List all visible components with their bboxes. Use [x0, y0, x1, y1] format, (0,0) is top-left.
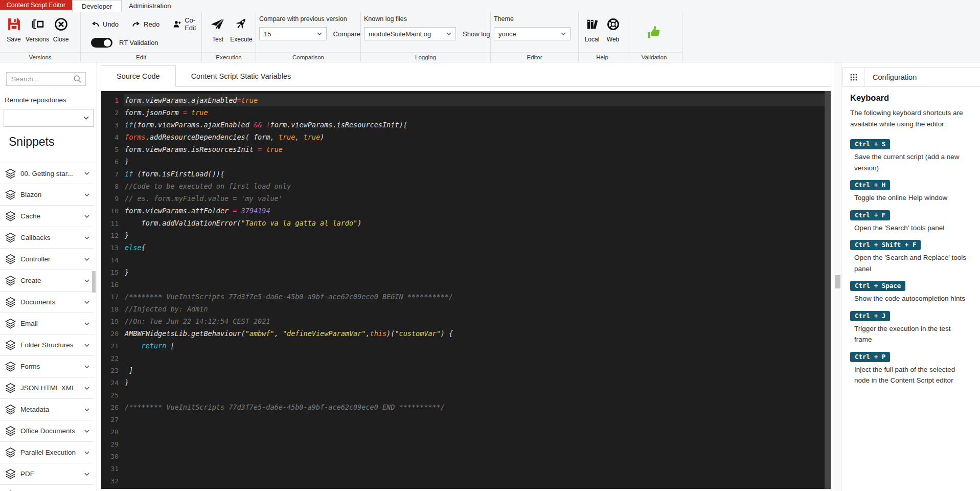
- chevron-down-icon[interactable]: [80, 172, 94, 175]
- code-line[interactable]: 13else{: [101, 241, 825, 254]
- close-button[interactable]: Close: [49, 15, 73, 43]
- chevron-down-icon[interactable]: [80, 215, 94, 218]
- snippet-item[interactable]: Controller: [0, 249, 94, 270]
- code-line[interactable]: 32: [101, 475, 825, 487]
- code-line[interactable]: 21 return [: [101, 340, 825, 352]
- code-line[interactable]: 23 ]: [101, 364, 825, 376]
- code-editor[interactable]: 1form.viewParams.ajaxEnabled=true2form.j…: [101, 91, 831, 489]
- code-line[interactable]: 5form.viewParams.isResourcesInit = true: [101, 143, 825, 155]
- editor-scrollbar[interactable]: [825, 91, 831, 489]
- chevron-down-icon[interactable]: [80, 344, 94, 347]
- theme-select[interactable]: yonce: [494, 27, 571, 40]
- compare-button[interactable]: Compare: [333, 30, 360, 38]
- redo-button[interactable]: Redo: [132, 20, 159, 28]
- coedit-button[interactable]: Co-Edit: [173, 16, 201, 32]
- code-text: // es. form.myField.value = 'my value': [124, 192, 825, 205]
- code-line[interactable]: 18//Injected by: Admin: [101, 303, 825, 315]
- test-button[interactable]: Test: [206, 15, 230, 43]
- chevron-down-icon[interactable]: [80, 387, 94, 390]
- snippet-item[interactable]: Folder Structures: [0, 334, 94, 356]
- code-line[interactable]: 12}: [101, 229, 825, 241]
- snippet-item[interactable]: 00. Getting star...: [0, 163, 94, 184]
- code-line[interactable]: 26/******** VueInitScripts 77d3f7e5-da6e…: [101, 401, 825, 413]
- code-line[interactable]: 2form.jsonForm = true: [101, 106, 825, 119]
- code-line[interactable]: 6}: [101, 155, 825, 168]
- code-line[interactable]: 11 form.addValidationError("Tanto va la …: [101, 217, 825, 229]
- code-line[interactable]: 20AMBWFWidgetsLib.getBehaviour("ambwf", …: [101, 327, 825, 340]
- code-line[interactable]: 19//On: Tue Jun 22 14:12:54 CEST 2021: [101, 315, 825, 327]
- code-line[interactable]: 25: [101, 389, 825, 401]
- chevron-down-icon[interactable]: [80, 430, 94, 433]
- line-number: 19: [101, 318, 119, 325]
- code-line[interactable]: 15}: [101, 266, 825, 278]
- snippet-item[interactable]: Metadata: [0, 399, 94, 420]
- chevron-down-icon[interactable]: [80, 473, 94, 476]
- snippet-item[interactable]: [0, 485, 94, 491]
- code-line[interactable]: 22: [101, 352, 825, 364]
- code-line[interactable]: 7if (form.isFirstLoad()){: [101, 168, 825, 180]
- snippet-label: Metadata: [20, 406, 80, 413]
- snippet-item[interactable]: Office Documents: [0, 420, 94, 442]
- compare-version-select[interactable]: 15: [259, 27, 327, 40]
- save-button[interactable]: Save: [2, 15, 26, 43]
- rt-validation-toggle[interactable]: [91, 38, 112, 48]
- log-file-select[interactable]: moduleSuiteMainLog: [364, 27, 456, 40]
- snippet-search[interactable]: [6, 72, 86, 86]
- tab-static-variables[interactable]: Content Script Static Variables: [176, 65, 307, 87]
- snippet-item[interactable]: Cache: [0, 206, 94, 227]
- code-line[interactable]: 10form.viewParams.attFolder = 3794194: [101, 205, 825, 217]
- code-line[interactable]: 28: [101, 426, 825, 438]
- code-text: form.viewParams.isResourcesInit = true: [124, 143, 825, 155]
- panel-scrollbar[interactable]: [834, 62, 841, 491]
- snippet-item[interactable]: Forms: [0, 356, 94, 377]
- snippet-item[interactable]: PDF: [0, 463, 94, 485]
- chevron-down-icon[interactable]: [80, 258, 94, 261]
- code-line[interactable]: 27: [101, 413, 825, 426]
- code-line[interactable]: 31: [101, 462, 825, 475]
- tab-administration[interactable]: Administration: [120, 0, 180, 12]
- chevron-down-icon[interactable]: [80, 451, 94, 454]
- tab-source-code[interactable]: Source Code: [101, 65, 176, 87]
- editor-tabbar: Source Code Content Script Static Variab…: [101, 65, 831, 87]
- tab-developer[interactable]: Developer: [72, 0, 122, 12]
- code-line[interactable]: 29: [101, 438, 825, 450]
- remote-repositories-label: Remote repositories: [5, 96, 66, 104]
- code-line[interactable]: 9// es. form.myField.value = 'my value': [101, 192, 825, 205]
- snippet-item[interactable]: Documents: [0, 292, 94, 313]
- web-help-button[interactable]: Web: [603, 15, 623, 43]
- chevron-down-icon[interactable]: [80, 236, 94, 239]
- versions-button[interactable]: Versions: [26, 15, 49, 43]
- panel-scrollbar-thumb[interactable]: [835, 275, 840, 288]
- local-help-button[interactable]: Local: [581, 15, 603, 43]
- line-number: 3: [101, 121, 119, 129]
- snippet-item[interactable]: JSON HTML XML: [0, 377, 94, 399]
- chevron-down-icon[interactable]: [80, 408, 94, 411]
- snippet-item[interactable]: Create: [0, 270, 94, 292]
- sidebar-scrollbar[interactable]: [92, 271, 96, 293]
- grid-menu-icon[interactable]: [843, 68, 864, 86]
- code-line[interactable]: 1form.viewParams.ajaxEnabled=true: [101, 94, 825, 106]
- code-line[interactable]: 4forms.addResourceDependencies( form, tr…: [101, 131, 825, 143]
- chevron-down-icon[interactable]: [80, 322, 94, 325]
- snippet-item[interactable]: Callbacks: [0, 227, 94, 249]
- undo-button[interactable]: Undo: [91, 20, 119, 28]
- layers-icon: [0, 275, 20, 286]
- code-line[interactable]: 30: [101, 450, 825, 462]
- snippet-item[interactable]: Blazon: [0, 184, 94, 206]
- remote-repositories-select[interactable]: [4, 109, 94, 127]
- code-line[interactable]: 3if(form.viewParams.ajaxEnabled && !form…: [101, 119, 825, 131]
- show-log-button[interactable]: Show log: [463, 30, 490, 38]
- execute-button[interactable]: Execute: [230, 15, 253, 43]
- search-input[interactable]: [10, 75, 73, 83]
- snippet-item[interactable]: Parallel Execution: [0, 442, 94, 463]
- theme-label: Theme: [494, 15, 578, 23]
- chevron-down-icon[interactable]: [80, 193, 94, 196]
- snippet-item[interactable]: Email: [0, 313, 94, 334]
- code-line[interactable]: 14: [101, 254, 825, 266]
- code-line[interactable]: 24}: [101, 376, 825, 389]
- code-line[interactable]: 17/******** VueInitScripts 77d3f7e5-da6e…: [101, 291, 825, 303]
- chevron-down-icon[interactable]: [80, 365, 94, 368]
- code-line[interactable]: 16: [101, 278, 825, 291]
- code-line[interactable]: 8//Code to be executed on first load onl…: [101, 180, 825, 192]
- chevron-down-icon[interactable]: [80, 301, 94, 304]
